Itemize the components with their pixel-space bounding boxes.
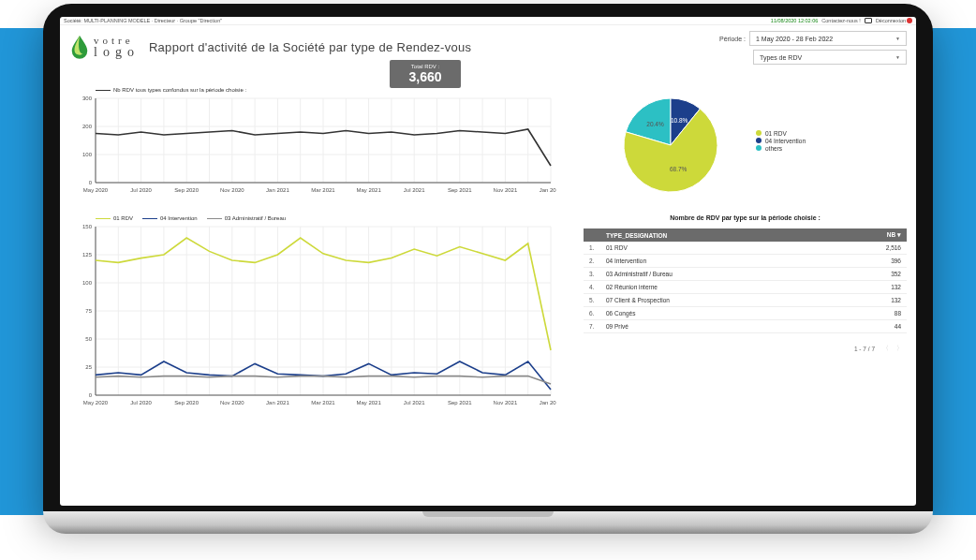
pie-leg-2: 04 Intervention [765, 138, 806, 144]
laptop-mockup: Société: MULTI-PLANNING MODELE · Directe… [43, 4, 933, 536]
chevron-down-icon: ▼ [895, 54, 900, 60]
svg-text:Sep 2020: Sep 2020 [174, 400, 199, 405]
context-label: Société: MULTI-PLANNING MODELE · Directe… [64, 18, 222, 23]
th-nb[interactable]: NB ▾ [829, 228, 907, 242]
logout-label: Déconnexion [876, 18, 906, 23]
table-row[interactable]: 6. 06 Congés 88 [584, 307, 907, 320]
pager-prev[interactable]: 〈 [882, 345, 889, 353]
svg-text:Sep 2020: Sep 2020 [174, 187, 199, 193]
row-name: 07 Client & Prospection [600, 294, 829, 307]
row-name: 03 Administratif / Bureau [600, 268, 829, 281]
table-row[interactable]: 5. 07 Client & Prospection 132 [584, 294, 907, 307]
svg-text:Jan 2021: Jan 2021 [266, 400, 289, 405]
laptop-base [43, 511, 933, 534]
type-value: Types de RDV [760, 54, 802, 61]
row-nb: 352 [829, 268, 907, 281]
table-row[interactable]: 1. 01 RDV 2,516 [584, 242, 907, 255]
chart-by-type: 01 RDV 04 Intervention 03 Administratif … [69, 215, 556, 411]
row-nb: 396 [829, 255, 907, 268]
svg-text:200: 200 [82, 124, 93, 129]
pie-svg: 20.4%10.8%68.7% [600, 80, 741, 201]
pie-legend: 01 RDV 04 Intervention others [756, 129, 806, 153]
svg-text:Nov 2021: Nov 2021 [494, 187, 518, 193]
svg-text:0: 0 [89, 392, 93, 398]
table-row[interactable]: 2. 04 Intervention 396 [584, 255, 907, 268]
period-value: 1 May 2020 - 28 Feb 2022 [756, 36, 833, 42]
svg-text:May 2021: May 2021 [356, 187, 381, 193]
period-label: Période : [719, 36, 746, 42]
table-row[interactable]: 3. 03 Administratif / Bureau 352 [584, 268, 907, 281]
svg-text:150: 150 [82, 224, 93, 229]
pie-caption: Nombre de RDV par type sur la période ch… [584, 214, 907, 221]
power-icon [907, 18, 912, 23]
svg-text:Mar 2021: Mar 2021 [311, 187, 335, 193]
contact-link[interactable]: Contactez-nous ! [821, 18, 861, 23]
svg-text:125: 125 [82, 252, 93, 258]
row-index: 6. [584, 307, 600, 320]
row-index: 1. [584, 242, 600, 255]
svg-text:Nov 2020: Nov 2020 [220, 400, 244, 405]
svg-text:Jul 2020: Jul 2020 [130, 187, 152, 193]
pager-range: 1 - 7 / 7 [854, 346, 875, 352]
svg-text:68.7%: 68.7% [670, 166, 688, 172]
logout-link[interactable]: Déconnexion [876, 18, 912, 23]
logo-text-1: votre [94, 36, 140, 46]
row-name: 01 RDV [600, 242, 829, 255]
chart2-legend-1: 01 RDV [113, 215, 133, 221]
svg-text:May 2021: May 2021 [356, 400, 381, 405]
svg-text:Nov 2021: Nov 2021 [494, 400, 518, 405]
svg-text:May 2020: May 2020 [83, 187, 109, 193]
row-name: 06 Congés [600, 307, 829, 320]
svg-text:75: 75 [85, 308, 92, 314]
chart2-legend-3: 03 Administratif / Bureau [225, 215, 286, 221]
chart-total-rdv: Nb RDV tous types confondus sur la pério… [69, 87, 556, 199]
row-name: 04 Intervention [600, 255, 829, 268]
svg-text:300: 300 [82, 96, 93, 101]
period-select[interactable]: 1 May 2020 - 28 Feb 2022 ▼ [749, 31, 907, 46]
logo-text-2: logo [94, 46, 140, 59]
svg-text:Sep 2021: Sep 2021 [448, 187, 472, 193]
svg-text:20.4%: 20.4% [646, 121, 664, 127]
mail-icon[interactable] [865, 18, 872, 23]
pie-chart: 20.4%10.8%68.7% 01 RDV 04 Intervention o… [584, 68, 907, 201]
server-time: 11/08/2020 12:02:06 [771, 18, 818, 23]
row-nb: 44 [829, 320, 907, 333]
app-top-bar: Société: MULTI-PLANNING MODELE · Directe… [60, 17, 916, 25]
row-index: 4. [584, 281, 600, 294]
svg-text:Jul 2020: Jul 2020 [130, 400, 152, 405]
row-nb: 2,516 [829, 242, 907, 255]
svg-text:0: 0 [89, 180, 93, 185]
screen-bezel: Société: MULTI-PLANNING MODELE · Directe… [43, 4, 933, 513]
pie-leg-3: others [765, 145, 782, 152]
svg-text:100: 100 [82, 280, 93, 286]
svg-text:May 2020: May 2020 [83, 400, 109, 405]
svg-text:Jan 2021: Jan 2021 [266, 187, 289, 193]
row-index: 3. [584, 268, 600, 281]
chart2-svg: 0255075100125150May 2020Jul 2020Sep 2020… [69, 223, 556, 410]
chart1-legend: Nb RDV tous types confondus sur la pério… [113, 87, 246, 93]
table-row[interactable]: 7. 09 Privé 44 [584, 320, 907, 333]
svg-text:Nov 2020: Nov 2020 [220, 187, 244, 193]
row-nb: 132 [829, 294, 907, 307]
row-name: 09 Privé [600, 320, 829, 333]
row-index: 7. [584, 320, 600, 333]
svg-text:25: 25 [85, 364, 92, 370]
table-row[interactable]: 4. 02 Réunion interne 132 [584, 281, 907, 294]
company-logo: votre logo [69, 35, 140, 59]
th-designation[interactable]: TYPE_DESIGNATION [600, 228, 829, 242]
table-pager: 1 - 7 / 7 〈 〉 [584, 333, 907, 353]
row-name: 02 Réunion interne [600, 281, 829, 294]
chevron-down-icon: ▼ [895, 36, 900, 41]
row-index: 5. [584, 294, 600, 307]
screen: Société: MULTI-PLANNING MODELE · Directe… [60, 17, 916, 506]
type-select[interactable]: Types de RDV ▼ [753, 50, 907, 65]
svg-text:Jan 2022: Jan 2022 [540, 400, 556, 405]
svg-text:Sep 2021: Sep 2021 [448, 400, 472, 405]
drop-icon [69, 35, 90, 59]
chart2-legend-2: 04 Intervention [160, 215, 198, 221]
svg-text:Jul 2021: Jul 2021 [404, 400, 425, 405]
svg-text:Jan 2022: Jan 2022 [540, 187, 556, 193]
page-title: Rapport d'activité de la Société par typ… [149, 40, 710, 54]
svg-text:50: 50 [85, 336, 92, 342]
pager-next[interactable]: 〉 [896, 345, 903, 353]
